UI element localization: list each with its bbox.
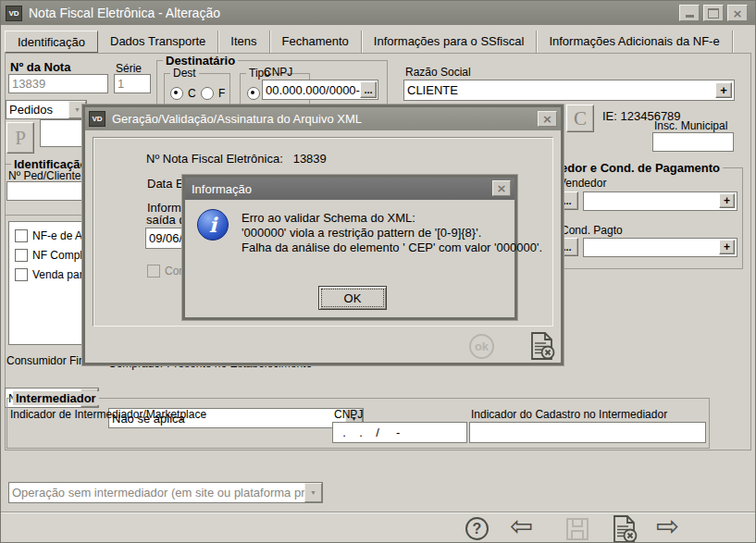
save-icon	[565, 517, 589, 541]
intermediador-cnpj-input[interactable]	[332, 422, 467, 443]
nf-options-list: NF-e de A NF Comple Venda par	[8, 221, 82, 345]
dest-label: Dest	[170, 67, 199, 80]
message-box-close-button[interactable]: ×	[492, 180, 511, 196]
maximize-icon	[708, 8, 719, 19]
radio-icon	[247, 87, 260, 100]
checkbox-label: NF Comple	[32, 249, 89, 262]
info-message-box: Informação × i Erro ao validar Schema do…	[182, 175, 517, 320]
cond-pagto-input[interactable]	[583, 238, 737, 257]
radio-icon	[201, 87, 214, 100]
checkbox-label: NF-e de A	[32, 229, 82, 242]
intermediador-cnpj-label: CNPJ	[334, 408, 363, 421]
tab-info-ssfiscal[interactable]: Informações para o SSfiscal	[362, 31, 538, 53]
nota-input	[8, 74, 108, 93]
maximize-button[interactable]	[703, 5, 724, 21]
bottom-toolbar	[1, 512, 756, 543]
xml-dialog-close-button[interactable]: ×	[538, 111, 557, 127]
indicador-intermediador-label: Indicador de Intermediador/Marketplace	[10, 408, 206, 421]
radio-dest-f[interactable]: F	[201, 87, 225, 100]
checkbox-icon	[147, 265, 160, 278]
forward-arrow-icon: ⇨	[656, 510, 679, 542]
ped-cliente-label: Nº Ped/Cliente	[8, 169, 81, 182]
vendedor-plus-button[interactable]: +	[719, 193, 735, 208]
minimize-button[interactable]	[679, 5, 700, 21]
p-button: P	[6, 122, 34, 154]
tab-strip: Identificação Dados Transporte Itens Fec…	[5, 29, 733, 53]
tab-itens[interactable]: Itens	[218, 31, 269, 53]
title-bar: VD Nota Fiscal Eletrônica - Alteração	[1, 1, 756, 25]
tab-label: Identificação	[18, 35, 85, 49]
help-icon: ?	[473, 521, 482, 537]
close-icon: ×	[733, 6, 743, 20]
xml-nota-label: Nº Nota Fiscal Eletrônica: 13839	[146, 152, 327, 166]
razao-label: Razão Social	[405, 66, 471, 79]
cnpj-label: CNPJ	[264, 66, 292, 79]
info-icon-glyph: i	[209, 213, 217, 237]
cond-pagto-label: Cond. Pagto	[561, 224, 623, 237]
pedidos-value: Pedidos	[9, 103, 53, 117]
checkbox-label: Venda par	[32, 268, 83, 281]
radio-label: F	[218, 87, 225, 100]
tab-dados-transporte[interactable]: Dados Transporte	[98, 31, 218, 53]
message-box-title: Informação	[192, 182, 252, 196]
vendedor-input[interactable]	[583, 191, 737, 211]
consumidor-final-label: Consumidor Final	[6, 354, 93, 367]
xml-ok-button: ok	[469, 334, 494, 359]
indicador-intermediador-combo: Operação sem intermediador (em site ou p…	[8, 482, 323, 503]
close-icon: ×	[497, 181, 507, 195]
message-box-title-bar: Informação	[185, 178, 514, 200]
nota-label: Nº da Nota	[10, 60, 70, 74]
minimize-icon	[686, 15, 694, 18]
destinatario-group-label: Destinatário	[163, 54, 238, 68]
cadastro-intermediador-input[interactable]	[469, 422, 706, 443]
c-button[interactable]: C	[566, 105, 594, 132]
app-icon: VD	[6, 6, 22, 21]
checkbox-icon	[15, 268, 28, 281]
ok-button[interactable]: OK	[318, 286, 387, 310]
insc-municipal-input[interactable]	[652, 132, 734, 152]
main-window: VD Nota Fiscal Eletrônica - Alteração × …	[0, 0, 756, 543]
checkbox-nfe-ajuste[interactable]: NF-e de A	[15, 229, 81, 242]
error-line-3: Falha da análise do elemento ' CEP' com …	[242, 241, 542, 255]
cnpj-browse-button[interactable]: ...	[360, 81, 377, 98]
xml-dialog-title: Geração/Validação/Assinatura do Arquivo …	[112, 112, 362, 126]
ok-circle-icon: ok	[475, 339, 489, 353]
close-button[interactable]: ×	[727, 5, 748, 21]
radio-label: C	[188, 87, 196, 100]
indicador-intermediador-value: Operação sem intermediador (em site ou p…	[12, 486, 323, 500]
tab-label: Fechamento	[282, 34, 349, 48]
tab-identificacao[interactable]: Identificação	[5, 31, 98, 53]
intermediador-group-label: Intermediador	[13, 391, 99, 405]
razao-plus-button[interactable]: +	[715, 82, 732, 98]
checkbox-icon	[15, 249, 28, 262]
back-button[interactable]: ⇦	[510, 512, 533, 540]
forward-button[interactable]: ⇨	[656, 512, 679, 540]
xml-dialog-title-bar: VD Geração/Validação/Assinatura do Arqui…	[85, 107, 561, 130]
cond-pagto-plus-button[interactable]: +	[719, 240, 735, 254]
checkbox-venda-para[interactable]: Venda par	[15, 268, 81, 281]
xml-nota-label-text: Nº Nota Fiscal Eletrônica:	[146, 152, 283, 166]
ped-cliente-input[interactable]	[6, 181, 92, 201]
radio-icon	[170, 87, 183, 100]
tab-fechamento[interactable]: Fechamento	[270, 31, 362, 53]
xml-nota-value: 13839	[293, 152, 327, 166]
info-icon: i	[197, 209, 229, 241]
cadastro-intermediador-label: Indicador do Cadastro no Intermediador	[471, 408, 667, 421]
error-line-1: Erro ao validar Schema do XML:	[242, 211, 542, 226]
insc-municipal-label: Insc. Municipal	[654, 119, 727, 132]
tab-info-adicionais[interactable]: Informações Adicionais da NF-e	[537, 31, 732, 53]
error-line-2: '000000' viola a restrição pattern de '[…	[242, 226, 542, 241]
checkbox-nf-complementar[interactable]: NF Comple	[15, 249, 81, 262]
tab-label: Informações Adicionais da NF-e	[549, 34, 719, 48]
razao-input[interactable]	[403, 80, 735, 101]
xml-cancel-document-button[interactable]	[527, 330, 557, 362]
pedidos-combo[interactable]: Pedidos ▼	[6, 100, 87, 119]
error-message: Erro ao validar Schema do XML: '000000' …	[242, 211, 542, 255]
help-button[interactable]: ?	[465, 517, 489, 540]
cancel-document-button[interactable]	[610, 514, 639, 543]
back-arrow-icon: ⇦	[510, 510, 533, 542]
vendedor-label: Vendedor	[559, 177, 606, 190]
tab-label: Dados Transporte	[110, 34, 205, 48]
close-icon: ×	[542, 112, 552, 126]
radio-dest-c[interactable]: C	[170, 87, 196, 100]
